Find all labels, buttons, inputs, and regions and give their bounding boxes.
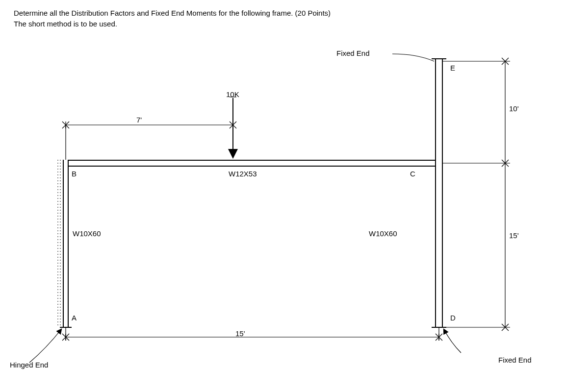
beam-section-label: W12X53 <box>229 170 257 178</box>
load-magnitude-label: 10K <box>226 90 239 98</box>
left-column-section-label: W10X60 <box>73 229 101 238</box>
node-A-label: A <box>72 314 77 322</box>
fixed-end-bottom-label: Fixed End <box>498 356 532 364</box>
dim-15-right-label: 15' <box>509 231 519 240</box>
node-B-label: B <box>72 170 77 178</box>
hinged-end-label: Hinged End <box>10 361 48 369</box>
node-D-label: D <box>450 314 456 322</box>
frame-diagram <box>0 0 565 392</box>
node-C-label: C <box>410 170 415 178</box>
node-E-label: E <box>450 64 455 72</box>
fixed-end-top-label: Fixed End <box>336 49 370 57</box>
dim-7-label: 7' <box>136 116 142 124</box>
dim-span-label: 15' <box>235 329 245 338</box>
right-column-section-label: W10X60 <box>369 229 397 238</box>
dim-10-label: 10' <box>509 104 519 113</box>
